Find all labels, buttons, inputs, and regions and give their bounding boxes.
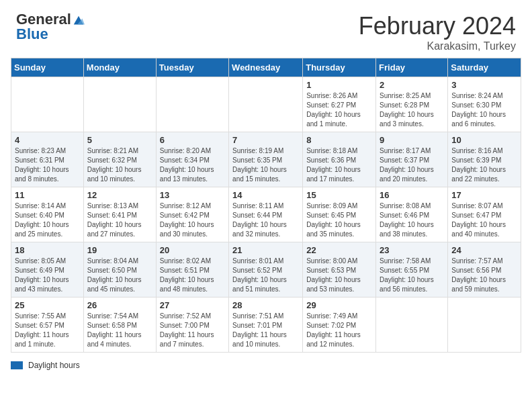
day-info: Sunrise: 7:49 AM Sunset: 7:02 PM Dayligh… (306, 312, 372, 349)
day-info: Sunrise: 8:00 AM Sunset: 6:53 PM Dayligh… (306, 257, 372, 294)
day-cell: 19Sunrise: 8:04 AM Sunset: 6:50 PM Dayli… (83, 242, 156, 298)
day-info: Sunrise: 8:21 AM Sunset: 6:32 PM Dayligh… (87, 146, 152, 184)
legend-label: Daylight hours (28, 361, 80, 370)
day-number: 16 (380, 190, 444, 200)
day-cell: 17Sunrise: 8:07 AM Sunset: 6:47 PM Dayli… (448, 187, 521, 242)
day-cell: 25Sunrise: 7:55 AM Sunset: 6:57 PM Dayli… (11, 298, 84, 353)
logo-blue: Blue (16, 27, 48, 42)
calendar-header: SundayMondayTuesdayWednesdayThursdayFrid… (11, 58, 521, 77)
day-cell (11, 77, 84, 132)
day-number: 7 (232, 135, 299, 145)
legend: Daylight hours (0, 358, 532, 375)
day-number: 1 (306, 80, 372, 90)
calendar-body: 1Sunrise: 8:26 AM Sunset: 6:27 PM Daylig… (11, 77, 521, 353)
day-info: Sunrise: 8:01 AM Sunset: 6:52 PM Dayligh… (232, 257, 299, 294)
day-number: 29 (306, 300, 372, 310)
day-cell: 13Sunrise: 8:12 AM Sunset: 6:42 PM Dayli… (156, 187, 228, 242)
page-header: General Blue February 2024 Karakasim, Tu… (0, 0, 532, 58)
day-number: 2 (380, 80, 444, 90)
day-number: 4 (15, 135, 80, 145)
day-info: Sunrise: 8:13 AM Sunset: 6:41 PM Dayligh… (87, 201, 152, 239)
day-info: Sunrise: 7:51 AM Sunset: 7:01 PM Dayligh… (232, 312, 299, 349)
day-cell: 23Sunrise: 7:58 AM Sunset: 6:55 PM Dayli… (376, 242, 448, 298)
title-block: February 2024 Karakasim, Turkey (359, 12, 516, 52)
header-cell-monday: Monday (83, 58, 156, 77)
day-info: Sunrise: 8:25 AM Sunset: 6:28 PM Dayligh… (380, 91, 444, 129)
day-cell: 1Sunrise: 8:26 AM Sunset: 6:27 PM Daylig… (303, 77, 376, 132)
week-row-0: 1Sunrise: 8:26 AM Sunset: 6:27 PM Daylig… (11, 77, 521, 132)
day-info: Sunrise: 8:18 AM Sunset: 6:36 PM Dayligh… (306, 146, 372, 184)
header-cell-friday: Friday (376, 58, 448, 77)
day-info: Sunrise: 8:04 AM Sunset: 6:50 PM Dayligh… (87, 257, 152, 294)
day-info: Sunrise: 8:16 AM Sunset: 6:39 PM Dayligh… (451, 146, 517, 184)
day-number: 14 (232, 190, 299, 200)
day-info: Sunrise: 8:14 AM Sunset: 6:40 PM Dayligh… (15, 201, 80, 239)
day-cell: 18Sunrise: 8:05 AM Sunset: 6:49 PM Dayli… (11, 242, 84, 298)
day-cell: 21Sunrise: 8:01 AM Sunset: 6:52 PM Dayli… (229, 242, 303, 298)
day-info: Sunrise: 7:54 AM Sunset: 6:58 PM Dayligh… (87, 312, 152, 349)
day-info: Sunrise: 8:23 AM Sunset: 6:31 PM Dayligh… (15, 146, 80, 184)
day-info: Sunrise: 7:57 AM Sunset: 6:56 PM Dayligh… (451, 257, 517, 294)
day-cell: 3Sunrise: 8:24 AM Sunset: 6:30 PM Daylig… (448, 77, 521, 132)
header-cell-thursday: Thursday (303, 58, 376, 77)
day-cell: 29Sunrise: 7:49 AM Sunset: 7:02 PM Dayli… (303, 298, 376, 353)
day-cell: 28Sunrise: 7:51 AM Sunset: 7:01 PM Dayli… (229, 298, 303, 353)
day-info: Sunrise: 7:52 AM Sunset: 7:00 PM Dayligh… (160, 312, 225, 349)
day-cell: 11Sunrise: 8:14 AM Sunset: 6:40 PM Dayli… (11, 187, 84, 242)
day-cell: 27Sunrise: 7:52 AM Sunset: 7:00 PM Dayli… (156, 298, 228, 353)
day-number: 6 (160, 135, 225, 145)
day-number: 13 (160, 190, 225, 200)
day-info: Sunrise: 8:09 AM Sunset: 6:45 PM Dayligh… (306, 201, 372, 239)
day-number: 20 (160, 245, 225, 255)
day-cell: 10Sunrise: 8:16 AM Sunset: 6:39 PM Dayli… (448, 132, 521, 187)
day-number: 3 (451, 80, 517, 90)
day-cell: 20Sunrise: 8:02 AM Sunset: 6:51 PM Dayli… (156, 242, 228, 298)
day-number: 17 (451, 190, 517, 200)
day-info: Sunrise: 8:07 AM Sunset: 6:47 PM Dayligh… (451, 201, 517, 239)
day-cell: 9Sunrise: 8:17 AM Sunset: 6:37 PM Daylig… (376, 132, 448, 187)
day-cell: 12Sunrise: 8:13 AM Sunset: 6:41 PM Dayli… (83, 187, 156, 242)
legend-color (11, 361, 23, 369)
day-number: 5 (87, 135, 152, 145)
day-cell: 22Sunrise: 8:00 AM Sunset: 6:53 PM Dayli… (303, 242, 376, 298)
day-cell: 2Sunrise: 8:25 AM Sunset: 6:28 PM Daylig… (376, 77, 448, 132)
day-cell (156, 77, 228, 132)
day-cell: 14Sunrise: 8:11 AM Sunset: 6:44 PM Dayli… (229, 187, 303, 242)
day-info: Sunrise: 7:55 AM Sunset: 6:57 PM Dayligh… (15, 312, 80, 349)
day-info: Sunrise: 8:11 AM Sunset: 6:44 PM Dayligh… (232, 201, 299, 239)
header-cell-wednesday: Wednesday (229, 58, 303, 77)
day-info: Sunrise: 8:26 AM Sunset: 6:27 PM Dayligh… (306, 91, 372, 129)
day-number: 21 (232, 245, 299, 255)
day-cell: 7Sunrise: 8:19 AM Sunset: 6:35 PM Daylig… (229, 132, 303, 187)
day-number: 15 (306, 190, 372, 200)
logo-icon (73, 15, 85, 27)
day-cell (83, 77, 156, 132)
day-number: 8 (306, 135, 372, 145)
calendar-title: February 2024 (359, 12, 516, 40)
day-number: 11 (15, 190, 80, 200)
day-info: Sunrise: 8:17 AM Sunset: 6:37 PM Dayligh… (380, 146, 444, 184)
day-cell: 4Sunrise: 8:23 AM Sunset: 6:31 PM Daylig… (11, 132, 84, 187)
day-number: 19 (87, 245, 152, 255)
header-cell-saturday: Saturday (448, 58, 521, 77)
day-number: 28 (232, 300, 299, 310)
day-number: 23 (380, 245, 444, 255)
logo: General Blue (16, 12, 85, 42)
day-info: Sunrise: 7:58 AM Sunset: 6:55 PM Dayligh… (380, 257, 444, 294)
day-number: 27 (160, 300, 225, 310)
day-cell (376, 298, 448, 353)
day-cell: 6Sunrise: 8:20 AM Sunset: 6:34 PM Daylig… (156, 132, 228, 187)
calendar-wrapper: SundayMondayTuesdayWednesdayThursdayFrid… (0, 58, 532, 358)
calendar-location: Karakasim, Turkey (359, 40, 516, 52)
day-cell (448, 298, 521, 353)
header-cell-sunday: Sunday (11, 58, 84, 77)
header-row: SundayMondayTuesdayWednesdayThursdayFrid… (11, 58, 521, 77)
day-number: 24 (451, 245, 517, 255)
day-number: 18 (15, 245, 80, 255)
day-cell: 26Sunrise: 7:54 AM Sunset: 6:58 PM Dayli… (83, 298, 156, 353)
day-cell: 5Sunrise: 8:21 AM Sunset: 6:32 PM Daylig… (83, 132, 156, 187)
day-info: Sunrise: 8:02 AM Sunset: 6:51 PM Dayligh… (160, 257, 225, 294)
day-number: 26 (87, 300, 152, 310)
day-info: Sunrise: 8:12 AM Sunset: 6:42 PM Dayligh… (160, 201, 225, 239)
day-cell: 16Sunrise: 8:08 AM Sunset: 6:46 PM Dayli… (376, 187, 448, 242)
